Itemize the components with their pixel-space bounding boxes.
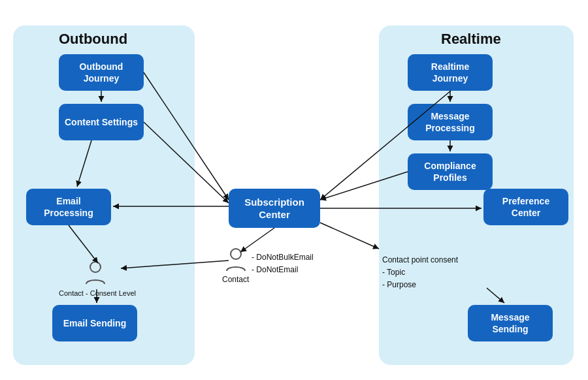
outbound-label: Outbound <box>59 31 127 48</box>
preference-center-box: Preference Center <box>483 189 568 225</box>
email-sending-box: Email Sending <box>52 305 137 341</box>
contact-left-icon <box>84 261 107 287</box>
realtime-journey-box: Realtime Journey <box>408 54 493 91</box>
realtime-label: Realtime <box>441 31 501 48</box>
subscription-center-box: Subscription Center <box>229 189 320 228</box>
contact-left-label: Contact - Consent Level <box>59 289 136 297</box>
content-settings-box: Content Settings <box>59 104 144 140</box>
email-processing-box: Email Processing <box>26 189 111 225</box>
svg-point-0 <box>90 262 101 272</box>
message-sending-box: Message Sending <box>468 305 553 341</box>
contact-center-fields: - DoNotBulkEmail - DoNotEmail <box>252 251 314 276</box>
contact-right-fields: Contact point consent - Topic - Purpose <box>382 254 458 292</box>
svg-line-15 <box>320 223 379 249</box>
contact-center-icon: Contact <box>222 247 249 284</box>
diagram-container: Outbound Realtime Outbound Journey Conte… <box>7 7 581 373</box>
svg-point-1 <box>231 249 241 259</box>
contact-center-name: Contact <box>222 275 249 284</box>
outbound-journey-box: Outbound Journey <box>59 54 144 91</box>
message-processing-box: Message Processing <box>408 104 493 140</box>
compliance-profiles-box: Compliance Profiles <box>408 153 493 190</box>
